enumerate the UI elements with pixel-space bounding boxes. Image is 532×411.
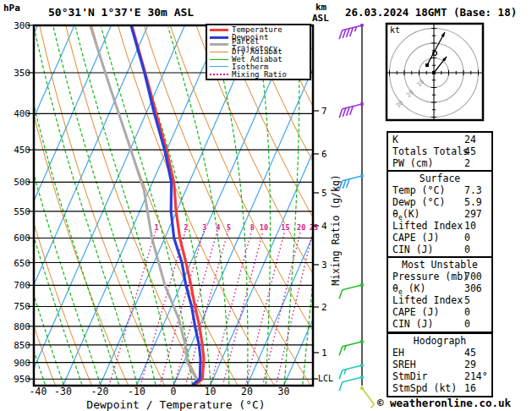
table-row: CIN (J)0 [388,244,491,255]
legend-item: Mixing Ratio [207,71,310,78]
page-title: 50°31'N 1°37'E 30m ASL [48,6,194,19]
table-row-label: Temp (°C) [392,184,445,196]
table-title: Most Unstable [388,259,491,271]
wind-barb [339,102,364,118]
weather-sounding-app: { "header": { "pressure_unit": "hPa", "t… [0,0,532,411]
table-row-value: 10 [464,220,476,232]
pressure-tick-label: 400 [14,108,30,119]
table-row-label: CAPE (J) [392,232,439,244]
table-row: StmSpd (kt)16 [388,382,491,394]
pressure-tick-label: 950 [14,374,30,385]
legend-label: Mixing Ratio [232,71,287,78]
table-row: K24 [388,134,491,145]
temperature-line-swatch [210,29,228,31]
data-table: K24Totals Totals45PW (cm)2 [387,131,493,173]
mixing-ratio-line-swatch [210,74,228,75]
table-row: CAPE (J)0 [388,306,491,318]
legend-item: Wet Adiabat [207,56,310,63]
table-row-value: 700 [464,271,482,282]
table-row-label: Lifted Index [392,220,463,232]
table-row: Totals Totals45 [388,145,491,157]
mixing-ratio-value-label: 5 [227,223,231,232]
km-tick-label: 2 [321,302,327,313]
temperature-tick-label: 0 [171,386,177,397]
table-row-label: θe(K) [392,208,420,220]
table-row-label: Lifted Index [392,294,463,306]
mixing-ratio-value-label: 15 [281,223,289,232]
table-row-value: 297 [464,208,482,220]
parcel-trajectory-curve [90,27,196,384]
table-row-value: 0 [464,244,470,255]
wind-barb [339,364,364,379]
wind-barb [339,24,364,39]
datetime-label: 26.03.2024 18GMT (Base: 18) [345,6,517,19]
table-row-value: 7.3 [464,184,482,196]
table-row: Lifted Index10 [388,220,491,232]
lcl-label: LCL [318,374,333,383]
table-row: CIN (J)0 [388,318,491,330]
wind-barb [339,375,364,391]
table-row-value: 29 [464,359,476,370]
copyright: © weatheronline.co.uk [377,397,511,409]
table-row-label: Dewp (°C) [392,196,445,208]
pressure-tick-label: 800 [14,321,30,332]
table-row-value: 45 [464,347,476,359]
table-row-value: 2 [464,157,470,169]
table-row-label: StmSpd (kt) [392,382,457,394]
temperature-tick-label: 30 [278,386,290,397]
pressure-tick-label: 900 [14,358,30,369]
wind-barb [339,340,364,355]
temperature-tick-label: -10 [128,386,145,397]
mixing-ratio-value-label: 20 [297,223,305,232]
table-title: Hodograph [388,335,491,347]
mixing-ratio-value-label: 1 [154,223,158,232]
table-row-value: 5 [464,294,470,306]
data-table: Most UnstablePressure (mb)700θe (K)306Li… [387,256,493,333]
pressure-tick-label: 600 [14,233,30,244]
mixing-ratio-value-label: 10 [260,223,268,232]
temperature-tick-label: -40 [30,386,47,397]
dewpoint-line-swatch [210,36,228,39]
table-row-value: 5.9 [464,196,482,208]
table-row: PW (cm)2 [388,157,491,169]
table-row: θe(K)297 [388,208,491,220]
table-row-value: 306 [464,282,482,294]
km-tick-label: 7 [321,106,327,117]
wind-barb [339,283,364,299]
km-tick-label: 3 [321,260,327,271]
table-row-value: 0 [464,306,470,318]
table-row-value: 24 [464,134,476,145]
table-row-label: PW (cm) [392,157,433,169]
mixing-ratio-axis-title: Mixing Ratio (g/kg) [330,174,342,286]
km-tick-label: 4 [321,221,327,232]
table-row: EH45 [388,347,491,359]
pressure-tick-label: 700 [14,280,30,291]
table-row-value: 16 [464,382,476,394]
mixing-ratio-value-label: 3 [202,223,206,232]
pressure-tick-label: 650 [14,258,30,269]
pressure-tick-label: 750 [14,301,30,312]
table-row: Temp (°C)7.3 [388,184,491,196]
parcel-line-swatch [210,43,228,46]
table-row-value: 45 [464,145,476,157]
temperature-tick-label: -20 [91,386,109,397]
mixing-ratio-value-label: 2 [184,223,189,232]
table-row-value: 0 [464,318,470,330]
km-axis-label: km [315,2,326,13]
table-row-value: 0 [464,232,470,244]
table-row: Dewp (°C)5.9 [388,196,491,208]
table-row: StmDir214° [388,370,491,382]
table-row-label: SREH [392,359,416,370]
wind-barb-column [339,24,374,408]
asl-axis-label: ASL [312,13,329,24]
legend-item: Isotherm [207,63,310,70]
temperature-tick-label: 20 [241,386,253,397]
table-title: Surface [388,173,491,184]
dry-adiabat-line-swatch [210,52,228,52]
km-tick-label: 5 [321,188,327,199]
pressure-tick-label: 300 [14,20,30,31]
legend-label: Wet Adiabat [232,56,282,63]
isotherm-line-swatch [210,66,228,67]
wind-barb [360,386,374,408]
hodograph: 102030 [387,24,483,120]
